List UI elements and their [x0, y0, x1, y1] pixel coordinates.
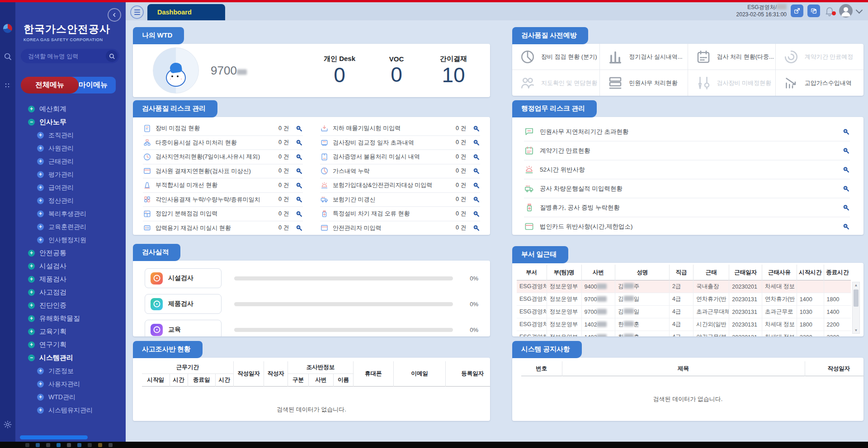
- wtd-stat-2[interactable]: 간이결재10: [437, 55, 470, 86]
- performance-label-button[interactable]: 제품검사: [145, 294, 222, 314]
- menu-search-button[interactable]: [106, 50, 118, 62]
- sidebar-item-사원관리[interactable]: +사원관리: [15, 142, 126, 155]
- expand-icon[interactable]: +: [28, 263, 35, 270]
- sidebar-item-시스템유지관리[interactable]: +시스템유지관리: [15, 404, 126, 417]
- sidebar-item-WTD관리[interactable]: +WTD관리: [15, 391, 126, 404]
- sidebar-item-연구기획[interactable]: +연구기획: [15, 338, 126, 351]
- zoom-glass-icon[interactable]: [295, 196, 303, 203]
- prevention-tile-정기검사 실시내역...[interactable]: 정기검사 실시내역...: [600, 44, 688, 70]
- expand-icon[interactable]: +: [28, 250, 35, 257]
- prevention-tile-고압가스수입내역[interactable]: 고압가스수입내역: [776, 70, 863, 96]
- menu-search-input[interactable]: [27, 52, 106, 60]
- prevention-tile-지도확인 및 면담현황[interactable]: 지도확인 및 면담현황: [512, 70, 600, 96]
- zoom-glass-icon[interactable]: [295, 224, 303, 232]
- zoom-glass-icon[interactable]: [842, 128, 850, 135]
- expand-icon[interactable]: +: [28, 341, 35, 348]
- zoom-glass-icon[interactable]: [295, 182, 303, 189]
- zoom-glass-icon[interactable]: [295, 125, 303, 132]
- performance-label-button[interactable]: 교육: [145, 320, 222, 336]
- prevention-tile-검사장비 미배정현황[interactable]: 검사장비 미배정현황: [688, 70, 776, 96]
- sidebar-item-조직관리[interactable]: +조직관리: [15, 129, 126, 142]
- sidebar-item-진단인증[interactable]: +진단인증: [15, 299, 126, 312]
- sidebar-item-유해화학물질[interactable]: +유해화학물질: [15, 312, 126, 325]
- zoom-glass-icon[interactable]: [842, 204, 850, 211]
- zoom-glass-icon[interactable]: [295, 210, 303, 218]
- scroll-up-icon[interactable]: ▲: [853, 283, 859, 287]
- tab-dashboard[interactable]: Dashboard: [147, 4, 225, 20]
- sidebar-item-시스템관리[interactable]: −시스템관리: [15, 351, 126, 364]
- collapse-icon[interactable]: −: [28, 355, 35, 361]
- scrollbar-thumb[interactable]: [854, 289, 859, 307]
- expand-icon[interactable]: +: [28, 328, 35, 335]
- zoom-glass-icon[interactable]: [472, 224, 480, 232]
- search-icon[interactable]: [3, 52, 12, 61]
- expand-icon[interactable]: +: [28, 289, 35, 296]
- apps-grid-icon[interactable]: [5, 83, 11, 89]
- table-row[interactable]: ESG경영처정보운영부1402한훈4급시간외(일반20230131차세대 정보1…: [517, 318, 851, 331]
- sidebar-item-인사행정지원[interactable]: +인사행정지원: [15, 233, 126, 247]
- expand-icon[interactable]: +: [28, 106, 35, 112]
- expand-icon[interactable]: +: [37, 210, 44, 217]
- expand-icon[interactable]: +: [37, 368, 44, 374]
- scroll-down-icon[interactable]: ▼: [853, 328, 859, 332]
- sidebar-item-급여관리[interactable]: +급여관리: [15, 181, 126, 194]
- chevron-down-icon[interactable]: [856, 6, 863, 14]
- expand-icon[interactable]: +: [37, 381, 44, 387]
- sidebar-item-사고점검[interactable]: +사고점검: [15, 286, 126, 299]
- sidebar-collapse-button[interactable]: [108, 8, 121, 22]
- windows-taskbar[interactable]: [0, 442, 868, 448]
- collapse-icon[interactable]: −: [28, 119, 35, 126]
- expand-icon[interactable]: +: [37, 197, 44, 204]
- open-window-icon[interactable]: [791, 5, 803, 17]
- zoom-glass-icon[interactable]: [842, 185, 850, 192]
- tab-all-menu[interactable]: 전체메뉴: [21, 77, 79, 93]
- expand-icon[interactable]: +: [28, 276, 35, 283]
- sidebar-item-평가관리[interactable]: +평가관리: [15, 168, 126, 181]
- expand-icon[interactable]: +: [37, 394, 44, 401]
- expand-icon[interactable]: +: [37, 145, 44, 152]
- sidebar-item-교육기획[interactable]: +교육기획: [15, 325, 126, 338]
- sidebar-item-기준정보[interactable]: +기준정보: [15, 364, 126, 378]
- table-row[interactable]: ESG경영처정보운영부9700김일4급초과근무대체20230131초과근무로10…: [517, 306, 851, 318]
- wtd-stat-1[interactable]: VOC0: [380, 55, 413, 85]
- user-avatar[interactable]: [839, 4, 853, 18]
- prevention-tile-검사 처리 현황(다중...[interactable]: 검사 처리 현황(다중...: [688, 44, 776, 70]
- expand-icon[interactable]: +: [37, 224, 44, 230]
- sidebar-item-시설검사[interactable]: +시설검사: [15, 260, 126, 273]
- zoom-glass-icon[interactable]: [295, 139, 303, 146]
- zoom-glass-icon[interactable]: [472, 182, 480, 189]
- zoom-glass-icon[interactable]: [472, 139, 480, 146]
- zoom-glass-icon[interactable]: [295, 167, 303, 175]
- sidebar-item-예산회계[interactable]: +예산회계: [15, 103, 126, 116]
- performance-label-button[interactable]: 시설검사: [145, 268, 222, 288]
- prevention-tile-장비 점검 현황 (분기)[interactable]: 장비 점검 현황 (분기): [512, 44, 600, 70]
- zoom-glass-icon[interactable]: [472, 125, 480, 132]
- zoom-glass-icon[interactable]: [472, 210, 480, 218]
- expand-icon[interactable]: +: [37, 132, 44, 139]
- expand-icon[interactable]: +: [37, 184, 44, 191]
- attendance-scrollbar[interactable]: ▲ ▼: [852, 282, 860, 334]
- expand-icon[interactable]: +: [28, 315, 35, 322]
- zoom-glass-icon[interactable]: [842, 223, 850, 230]
- zoom-glass-icon[interactable]: [472, 196, 480, 203]
- expand-icon[interactable]: +: [28, 302, 35, 309]
- prevention-tile-민원사무 처리현황[interactable]: 민원사무 처리현황: [600, 70, 688, 96]
- expand-icon[interactable]: +: [37, 237, 44, 243]
- notification-bell-icon[interactable]: [824, 5, 835, 16]
- sidebar-item-사용자관리[interactable]: +사용자관리: [15, 378, 126, 391]
- sidebar-item-제품검사[interactable]: +제품검사: [15, 273, 126, 286]
- table-row[interactable]: ESG경영처정보운영부9400김주2급국내출장20230201차세대 정보: [517, 280, 851, 293]
- zoom-glass-icon[interactable]: [842, 166, 850, 173]
- sidebar-item-복리후생관리[interactable]: +복리후생관리: [15, 207, 126, 220]
- expand-icon[interactable]: +: [37, 407, 44, 414]
- wtd-stat-0[interactable]: 개인 Desk0: [323, 55, 356, 86]
- copy-window-icon[interactable]: [807, 5, 820, 17]
- zoom-glass-icon[interactable]: [295, 153, 303, 161]
- sidebar-item-인사노무[interactable]: −인사노무: [15, 116, 126, 129]
- sidebar-item-정산관리[interactable]: +정산관리: [15, 194, 126, 207]
- expand-icon[interactable]: +: [37, 171, 44, 178]
- sidebar-item-교육훈련관리[interactable]: +교육훈련관리: [15, 220, 126, 233]
- zoom-glass-icon[interactable]: [472, 167, 480, 175]
- zoom-glass-icon[interactable]: [472, 153, 480, 161]
- expand-icon[interactable]: +: [37, 158, 44, 165]
